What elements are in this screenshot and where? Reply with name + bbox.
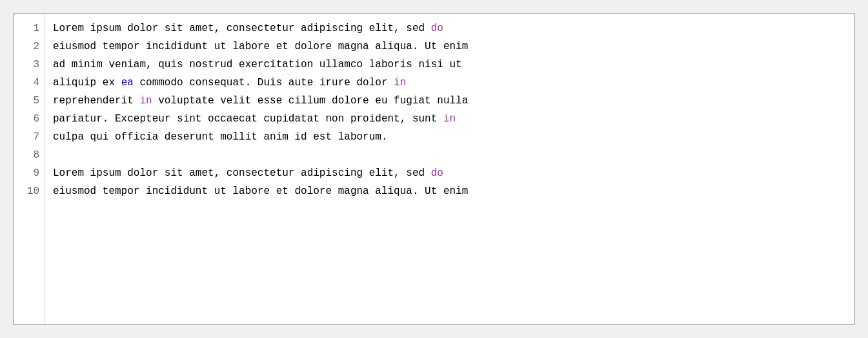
- code-segment: in: [443, 113, 456, 125]
- code-segment: eiusmod tempor incididunt ut labore et d…: [53, 41, 468, 52]
- line-number-3: 3: [14, 56, 45, 74]
- code-segment: Lorem ipsum dolor sit amet, consectetur …: [53, 167, 431, 179]
- code-segment: pariatur. Excepteur sint occaecat cupida…: [53, 113, 443, 125]
- code-segment: do: [431, 23, 443, 34]
- code-segment: culpa qui officia deserunt mollit anim i…: [53, 131, 387, 143]
- code-line-6: pariatur. Excepteur sint occaecat cupida…: [53, 110, 846, 128]
- code-segment: in: [394, 77, 406, 89]
- code-segment: voluptate velit esse cillum dolore eu fu…: [152, 95, 469, 107]
- line-number-10: 10: [14, 182, 45, 200]
- line-number-9: 9: [14, 164, 45, 182]
- line-number-5: 5: [14, 92, 45, 110]
- code-segment: reprehenderit: [53, 95, 139, 107]
- line-number-8: 8: [14, 146, 45, 164]
- code-line-5: reprehenderit in voluptate velit esse ci…: [53, 92, 846, 110]
- code-line-2: eiusmod tempor incididunt ut labore et d…: [53, 37, 846, 56]
- code-line-4: aliquip ex ea commodo consequat. Duis au…: [53, 74, 846, 92]
- line-number-4: 4: [14, 74, 45, 92]
- code-segment: do: [431, 167, 443, 179]
- code-segment: commodo consequat. Duis aute irure dolor: [134, 77, 394, 89]
- code-segment: Lorem ipsum dolor sit amet, consectetur …: [53, 23, 431, 34]
- line-number-1: 1: [14, 19, 45, 37]
- code-segment: in: [139, 95, 152, 107]
- line-number-7: 7: [14, 128, 45, 146]
- code-line-8: [53, 146, 846, 164]
- code-segment: aliquip ex: [53, 77, 121, 89]
- code-segment: ad minim veniam, quis nostrud exercitati…: [53, 59, 462, 70]
- code-line-9: Lorem ipsum dolor sit amet, consectetur …: [53, 164, 846, 182]
- line-number-2: 2: [14, 37, 45, 56]
- code-line-10: eiusmod tempor incididunt ut labore et d…: [53, 182, 846, 200]
- code-line-3: ad minim veniam, quis nostrud exercitati…: [53, 56, 846, 74]
- line-numbers: 12345678910: [14, 14, 45, 324]
- code-area[interactable]: Lorem ipsum dolor sit amet, consectetur …: [45, 14, 854, 324]
- editor-container: 12345678910 Lorem ipsum dolor sit amet, …: [13, 13, 855, 325]
- line-number-6: 6: [14, 110, 45, 128]
- code-line-7: culpa qui officia deserunt mollit anim i…: [53, 128, 846, 146]
- code-segment: ea: [121, 77, 134, 89]
- code-segment: eiusmod tempor incididunt ut labore et d…: [53, 185, 468, 197]
- code-line-1: Lorem ipsum dolor sit amet, consectetur …: [53, 19, 846, 37]
